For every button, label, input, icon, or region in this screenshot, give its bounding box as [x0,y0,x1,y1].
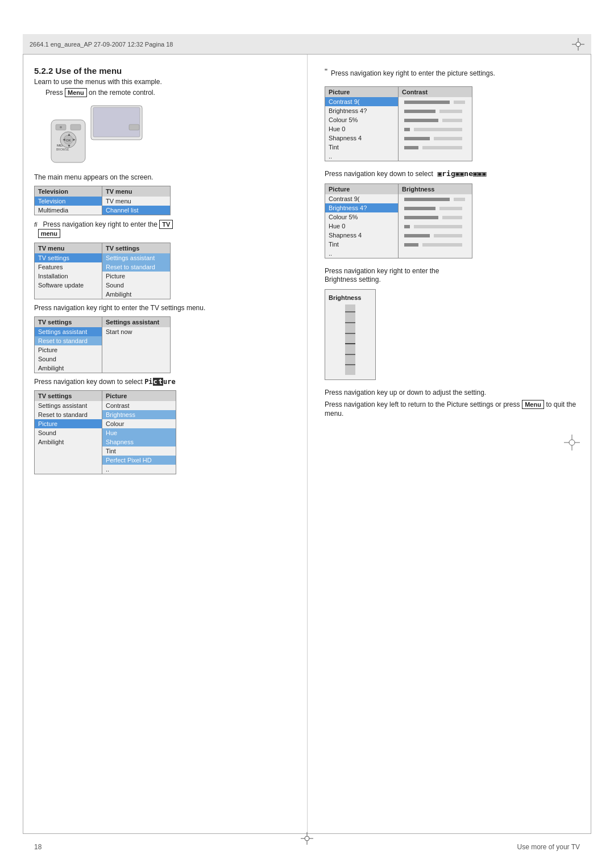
main-menu-left-header: Television [35,186,102,197]
picture-brightness-menu: Picture Contrast 9( Brightness 4? Colour… [325,183,580,258]
contrast-row-contrast: Contrast 9( [325,97,398,106]
page-number: 18 [34,843,42,851]
pic-row-resettostandard: Reset to standard [35,410,102,419]
brightness-row-dots: .. [325,249,398,258]
picture-contrast-menu: Picture Contrast 9( Brightness 4? Colour… [325,86,580,161]
press-down-brightness-text: Press navigation key down to select [325,170,433,178]
tv2-row-settingsassistant: Settings assistant [35,327,102,336]
bottom-center-crosshair [301,832,313,846]
quote-icon: " [325,67,327,76]
contrast-row-colour: Colour 5% [325,115,398,124]
picture-menu-left: TV settings Settings assistant Reset to … [34,390,102,474]
press-down-text: Press navigation key down to select Pict… [34,378,290,386]
bottom-crosshair-icon [564,435,580,450]
pic-row-perfectpixel: Perfect Pixel HD [102,456,176,465]
contrast-bar-tint [399,143,472,152]
tv-row-features: Features [35,262,102,272]
brightness-track [345,304,355,375]
press-menu-label: Menu [522,400,544,409]
contrast-menu-right-header: Contrast [399,87,472,97]
tv-settings-left-header: TV menu [35,243,102,253]
brightness-slider-title: Brightness [325,294,361,301]
brightness-menu-left-header: Picture [325,184,398,194]
tv-row-ambilight: Ambilight [102,290,170,299]
tv-settings-right-header: TV settings [102,243,170,253]
brightness-slider-section: Brightness [325,289,580,380]
contrast-bar-colour [399,115,472,124]
pic-row-settingsassistant: Settings assistant [35,401,102,410]
contrast-row-hue: Hue 0 [325,124,398,133]
fi-text: Press navigation key right to enter the [43,220,157,228]
picture-menu-left-header: TV settings [35,391,102,401]
tv2-row-resettostandard: Reset to standard [35,336,102,345]
brightness-menu-right: Brightness [399,183,472,258]
brightness-keyword-decorated: ▣rig▣▣ne▣▣▣ [437,169,486,178]
tv-row-settingsassistant: Settings assistant [102,253,170,262]
tv-settings2-right-header: Settings assistant [102,317,170,327]
footer-text: Use more of your TV [517,843,580,851]
svg-text:▼: ▼ [67,144,71,148]
tv-row-installation: Installation [35,272,102,281]
brightness-row-contrast: Contrast 9( [325,194,398,203]
press-updown-label: Press navigation key up or down to adjus… [325,389,486,397]
brightness-tick-3 [345,333,355,334]
contrast-menu-left: Picture Contrast 9( Brightness 4? Colour… [325,86,399,161]
brightness-row-shapness: Shapness 4 [325,231,398,240]
remote-svg: MENU BROWSE OK ◄ ► ▲ ▼ [45,103,159,165]
picture-contrast-container: Picture Contrast 9( Brightness 4? Colour… [325,86,580,161]
pic-row-colour: Colour [102,419,176,428]
svg-point-21 [569,440,575,445]
brightness-menu-left: Picture Contrast 9( Brightness 4? Colour… [325,183,399,258]
tv-settings2-left: TV settings Settings assistant Reset to … [34,316,102,373]
section-heading: 5.2.2 Use of the menu [34,66,290,76]
press-left-label: Press navigation key left to return to t… [325,400,520,408]
tv-settings-press-text: Press navigation key right to enter the … [34,304,290,312]
tv-row-resettostandard: Reset to standard [102,262,170,272]
svg-text:▲: ▲ [67,132,71,136]
press-right-brightness-text1: Press navigation key right to enter the [325,267,439,275]
brightness-bar-tint [399,240,472,249]
header-text: 2664.1 eng_aurea_AP 27-09-2007 12:32 Pag… [30,41,173,48]
tv-settings-screenshot2: TV settings Settings assistant Reset to … [34,316,290,373]
contrast-row-dots: .. [325,152,398,161]
contrast-bar-brightness [399,106,472,115]
tv-settings2-left-header: TV settings [35,317,102,327]
brightness-row-tint: Tint [325,240,398,249]
brightness-bar-shapness [399,231,472,240]
svg-text:OK: OK [66,139,71,142]
header-crosshair-icon [572,38,584,51]
svg-point-18 [60,126,62,128]
bottom-center-crosshair-icon [301,832,313,845]
brightness-bar-hue [399,222,472,231]
tv-row-softwareupdate: Software update [35,281,102,290]
brightness-tick-2 [345,322,355,323]
svg-text:◄: ◄ [62,137,66,141]
brightness-tick-5 [345,354,355,355]
svg-text:BROWSE: BROWSE [56,148,69,151]
pic-row-sound: Sound [35,428,102,437]
brightness-slider-area [325,304,375,375]
main-menu-left: Television Television Multimedia [34,186,102,215]
main-menu-row-channellist: Channel list [102,206,170,215]
main-menu-label: The main menu appears on the screen. [34,173,290,181]
tv2-row-picture: Picture [35,345,102,354]
press-right-text: Press navigation key right to enter the … [331,69,495,77]
press-left-text: Press navigation key left to return to t… [325,400,580,418]
brightness-tick-1 [345,311,355,312]
brightness-tick-4 [345,343,355,344]
brightness-bar-colour [399,212,472,222]
pic-row-brightness: Brightness [102,410,176,419]
contrast-menu-right: Contrast [399,86,472,161]
tv-settings-right: TV settings Settings assistant Reset to … [102,243,171,299]
intro-line1: Learn to use the menus with this example… [34,78,290,86]
svg-rect-17 [129,124,139,130]
tv-row-tvsettings: TV settings [35,253,102,262]
press-right-brightness-text2: Brightness setting. [325,276,381,283]
intro-menu-label: Menu [65,88,87,97]
intro-line2: Press Menu on the remote control. [34,88,290,97]
pic-row-dots: .. [102,465,176,474]
brightness-bar-contrast [399,194,472,203]
right-column: " Press navigation key right to enter th… [307,55,591,834]
contrast-bar-dots [399,152,472,154]
press-down-label: Press navigation key down to select [34,378,143,386]
